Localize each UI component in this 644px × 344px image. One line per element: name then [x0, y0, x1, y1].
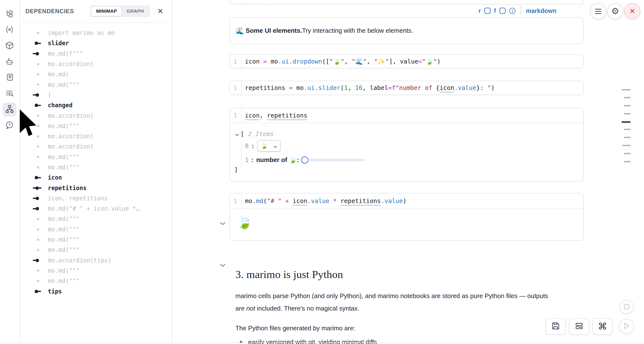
- scroll-minimap-line[interactable]: [624, 129, 630, 130]
- minimap-item[interactable]: mo.md("# " + icon.value *…: [20, 204, 172, 214]
- sidebar-item-snippets[interactable]: [3, 87, 16, 101]
- scroll-minimap-line[interactable]: [624, 105, 630, 106]
- minimap-item[interactable]: mo.accordion(: [20, 141, 172, 152]
- p1-line2-post: included. There’s no magical syntax.: [255, 305, 359, 312]
- tab-graph[interactable]: GRAPH: [122, 7, 149, 16]
- minimap-item-label: changed: [48, 102, 72, 109]
- info-icon[interactable]: [509, 8, 516, 14]
- mouse-cursor: [18, 108, 44, 138]
- dependency-marker-icon: [32, 69, 46, 79]
- r-checkbox[interactable]: [484, 8, 490, 14]
- section-fold-chevron-icon[interactable]: [220, 264, 226, 268]
- list-search-icon: [5, 89, 14, 99]
- markdown-source-cell[interactable]: 1 **🌊 Some UI elements.** Try interactin…: [229, 0, 584, 5]
- sidebar-item-variables[interactable]: [3, 23, 16, 37]
- code-line[interactable]: mo.md("# " + icon.value * repetitions.va…: [242, 197, 406, 205]
- collapse-chevron-icon[interactable]: [235, 130, 239, 137]
- minimap-item[interactable]: mo.md(f""": [20, 49, 172, 59]
- minimap-item[interactable]: mo.accordion(: [20, 59, 172, 69]
- minimap-item[interactable]: (: [20, 90, 172, 100]
- minimap-item[interactable]: mo.md(""": [20, 162, 172, 173]
- scroll-minimap-line[interactable]: [624, 113, 630, 114]
- minimap-item-label: mo.md(""": [48, 216, 80, 222]
- code-line[interactable]: icon, repetitions: [242, 112, 307, 119]
- dependencies-panel-header: DEPENDENCIES MINIMAP GRAPH ✕: [20, 0, 172, 23]
- minimap-item[interactable]: mo.md(""": [20, 79, 172, 90]
- md-expression-cell[interactable]: 1 mo.md("# " + icon.value * repetitions.…: [229, 193, 584, 241]
- cell-footer-toolbar: r f markdown: [475, 5, 556, 17]
- minimap-item-label: mo.md(""": [48, 278, 80, 284]
- minimap-item-label: mo.accordion(: [48, 133, 94, 140]
- shutdown-button[interactable]: ✕: [624, 3, 640, 19]
- slider-code-cell[interactable]: 1 repetitions = mo.ui.slider(1, 16, labe…: [229, 81, 584, 95]
- dropdown-code-cell[interactable]: 1 icon = mo.ui.dropdown(["🍃", "🌊", "✨"],…: [229, 54, 584, 68]
- dependency-marker-icon: [32, 204, 46, 214]
- minimap-item-label: mo.accordion(: [48, 143, 94, 150]
- scroll-minimap-line[interactable]: [624, 153, 630, 154]
- dependency-marker-icon: [32, 224, 46, 235]
- stop-button[interactable]: [620, 300, 634, 314]
- minimap-item[interactable]: tips: [20, 286, 172, 296]
- minimap-item[interactable]: mo.md(""": [20, 214, 172, 224]
- minimap-item[interactable]: mo.md(: [20, 69, 172, 79]
- minimap-item[interactable]: mo.md(""": [20, 152, 172, 162]
- code-line[interactable]: repetitions = mo.ui.slider(1, 16, label=…: [242, 84, 495, 91]
- keyboard-shortcuts-button[interactable]: ⌘: [592, 318, 613, 335]
- scroll-minimap-line[interactable]: [622, 121, 630, 123]
- minimap-item[interactable]: mo.md(""": [20, 266, 172, 276]
- sidebar-item-ai-assistant[interactable]: [3, 55, 16, 69]
- markdown-language-button[interactable]: markdown: [526, 7, 556, 15]
- notebook-menu-button[interactable]: [590, 3, 606, 19]
- minimap-item[interactable]: mo.md(""": [20, 224, 172, 235]
- code-line[interactable]: **🌊 Some UI elements.** Try interacting …: [242, 0, 495, 0]
- icon-dropdown-select[interactable]: 🍃: [257, 140, 280, 152]
- run-button[interactable]: [619, 319, 634, 334]
- minimap-item-label: slider: [48, 40, 69, 47]
- svg-text:?: ?: [8, 123, 11, 127]
- chevron-down-icon: [274, 142, 277, 149]
- sidebar-item-documentation[interactable]: [3, 71, 16, 85]
- play-icon: [624, 322, 630, 330]
- minimap-item[interactable]: mo.md(""": [20, 276, 172, 286]
- minimap-item-label: mo.md(: [48, 71, 69, 78]
- dependency-marker-icon: [32, 276, 46, 286]
- panel-close-icon[interactable]: ✕: [157, 8, 164, 15]
- scroll-minimap-line[interactable]: [624, 97, 630, 98]
- minimap-item[interactable]: icon: [20, 173, 172, 183]
- save-icon: [552, 322, 560, 331]
- scroll-minimap-line[interactable]: [622, 145, 630, 146]
- minimap-item[interactable]: icon, repetitions: [20, 193, 172, 204]
- cell-fold-chevron-icon[interactable]: [220, 222, 226, 227]
- tab-minimap[interactable]: MINIMAP: [91, 7, 122, 16]
- sidebar-item-help[interactable]: ?: [3, 119, 16, 132]
- stop-icon: [624, 304, 629, 309]
- sidebar-item-packages[interactable]: [3, 39, 16, 53]
- minimap-item[interactable]: mo.accordion(tips): [20, 255, 172, 266]
- scroll-minimap-line[interactable]: [622, 89, 630, 90]
- minimap-item[interactable]: slider: [20, 38, 172, 48]
- close-icon: ✕: [629, 8, 635, 15]
- sidebar-item-dependencies[interactable]: [3, 103, 16, 116]
- settings-button[interactable]: ⚙: [607, 3, 623, 19]
- minimap-item[interactable]: mo.md(""": [20, 235, 172, 245]
- r-shortcut-label: r: [478, 7, 481, 14]
- minimap-item[interactable]: import marimo as mo: [20, 28, 172, 38]
- save-button[interactable]: [546, 318, 566, 335]
- layout-button[interactable]: [569, 318, 589, 335]
- line-number: 1: [230, 194, 242, 208]
- scroll-minimap-line[interactable]: [624, 161, 630, 162]
- code-line[interactable]: icon = mo.ui.dropdown(["🍃", "🌊", "✨"], v…: [242, 58, 440, 65]
- minimap-item-label: mo.accordion(: [48, 61, 94, 67]
- tuple-cell[interactable]: 1 icon, repetitions [ 2 Items 0: 🍃: [229, 108, 584, 182]
- slider-track[interactable]: [309, 159, 364, 161]
- slider-knob[interactable]: [301, 156, 308, 164]
- f-checkbox[interactable]: [499, 8, 506, 14]
- minimap-item-label: import marimo as mo: [48, 30, 115, 36]
- dependency-marker-icon: [32, 235, 46, 245]
- minimap-item[interactable]: mo.md(""": [20, 245, 172, 255]
- minimap-item[interactable]: repetitions: [20, 183, 172, 193]
- sidebar-item-file-tree[interactable]: [3, 7, 16, 21]
- dependency-marker-icon: [32, 59, 46, 69]
- line-number: 1: [230, 108, 242, 123]
- scroll-minimap-line[interactable]: [624, 137, 630, 138]
